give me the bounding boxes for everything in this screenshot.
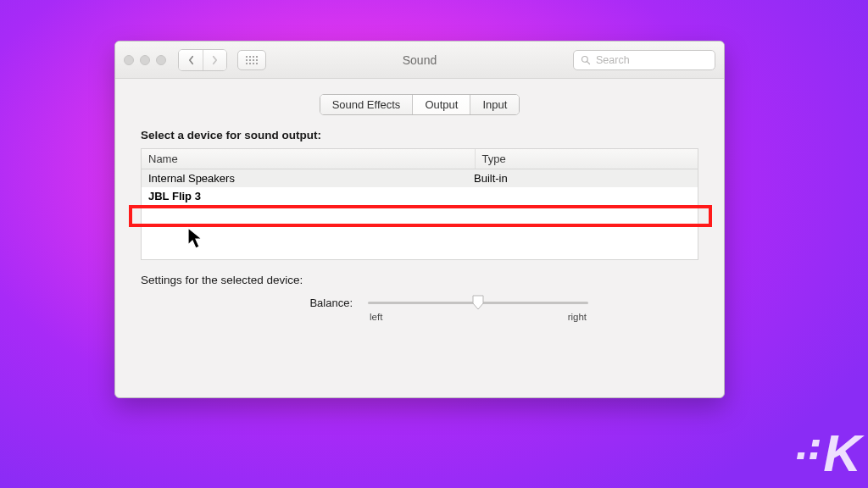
device-type: Built-in (474, 172, 691, 185)
table-header: Name Type (142, 149, 698, 169)
tab-bar: Sound Effects Output Input (141, 94, 698, 115)
search-field-wrap[interactable] (573, 50, 715, 70)
balance-slider[interactable]: left right (368, 297, 588, 322)
chevron-left-icon (187, 55, 195, 65)
output-section-heading: Select a device for sound output: (141, 129, 698, 141)
watermark-letter: K (823, 423, 860, 483)
zoom-window-button[interactable] (156, 55, 166, 65)
close-window-button[interactable] (124, 55, 134, 65)
search-icon (581, 55, 591, 65)
device-name: JBL Flip 3 (148, 190, 474, 202)
search-input[interactable] (596, 54, 708, 66)
device-type (474, 190, 691, 202)
column-header-name[interactable]: Name (142, 149, 476, 169)
show-all-button[interactable] (237, 50, 266, 70)
nav-buttons (178, 49, 227, 71)
tab-sound-effects[interactable]: Sound Effects (320, 95, 413, 114)
balance-label: Balance: (251, 297, 353, 309)
svg-line-1 (587, 61, 590, 64)
settings-section-heading: Settings for the selected device: (141, 274, 698, 286)
device-row[interactable]: Internal Speakers Built-in (142, 169, 698, 187)
balance-right-label: right (568, 312, 587, 322)
tab-input[interactable]: Input (470, 95, 519, 114)
slider-thumb[interactable] (472, 295, 484, 310)
device-name: Internal Speakers (148, 172, 474, 185)
sound-preferences-window: Sound Sound Effects Output Input Select … (114, 41, 725, 398)
back-button[interactable] (179, 50, 203, 70)
chevron-right-icon (211, 55, 219, 65)
window-controls (124, 55, 166, 65)
device-table: Name Type Internal Speakers Built-in JBL… (141, 148, 698, 260)
balance-left-label: left (370, 312, 382, 322)
device-row[interactable]: JBL Flip 3 (142, 187, 698, 205)
forward-button[interactable] (203, 50, 226, 70)
titlebar: Sound (115, 42, 724, 79)
minimize-window-button[interactable] (140, 55, 150, 65)
balance-control: Balance: left right (141, 297, 698, 322)
column-header-type[interactable]: Type (476, 149, 698, 169)
watermark-dots-icon (797, 440, 820, 459)
tab-output[interactable]: Output (412, 95, 470, 114)
content-area: Sound Effects Output Input Select a devi… (115, 79, 724, 329)
watermark: K (798, 423, 860, 483)
grid-icon (246, 56, 258, 64)
